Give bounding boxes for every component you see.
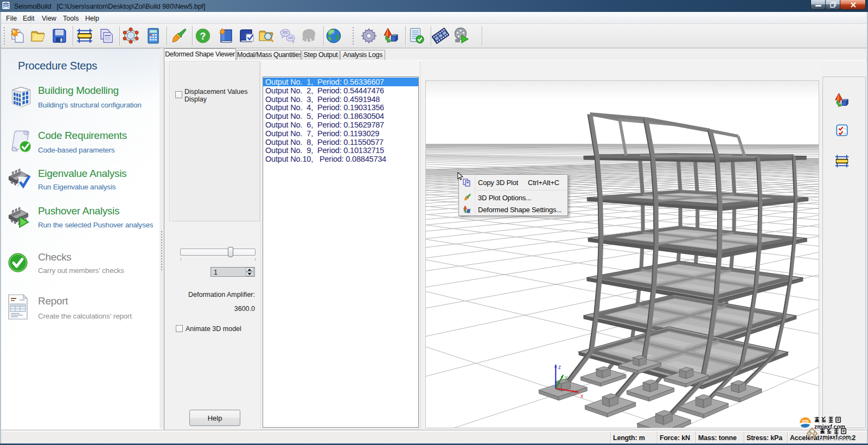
svg-text:?: ? xyxy=(200,31,206,42)
svg-text:x: x xyxy=(580,393,583,399)
svg-text:z: z xyxy=(558,364,561,370)
svg-text:y: y xyxy=(565,374,567,380)
svg-text:zm: zm xyxy=(802,418,809,424)
